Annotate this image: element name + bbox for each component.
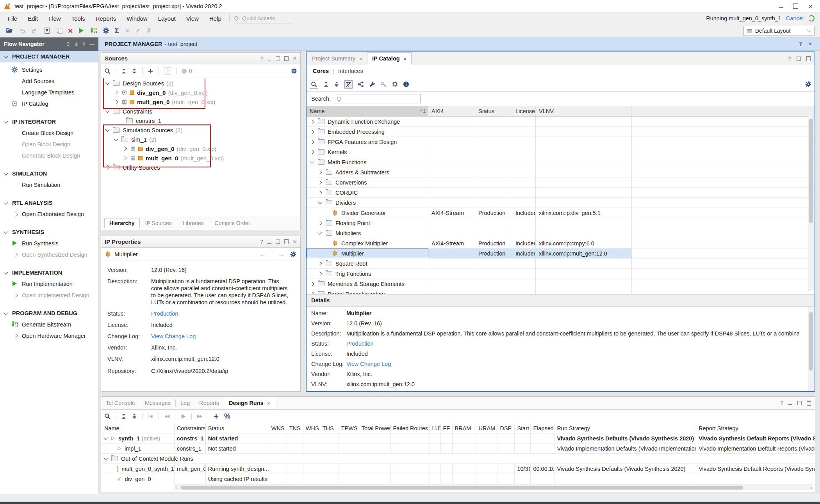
chevron-down-icon[interactable]: [105, 127, 109, 131]
sources-panel-header[interactable]: Sources ? ×: [101, 53, 300, 64]
float-icon[interactable]: [806, 56, 811, 61]
chevron-down-icon[interactable]: [317, 230, 322, 234]
expand-all-icon[interactable]: [74, 42, 78, 46]
scroll-right-icon[interactable]: ›: [811, 485, 813, 490]
maximize-icon[interactable]: [276, 240, 280, 244]
view-change-log-link[interactable]: View Change Log: [151, 333, 196, 340]
chevron-right-icon[interactable]: [13, 212, 18, 216]
chevron-right-icon[interactable]: [310, 119, 314, 124]
float-icon[interactable]: [284, 239, 289, 244]
customize-ip-icon[interactable]: [369, 81, 375, 87]
window-minimize-button[interactable]: [779, 4, 783, 8]
sidebar-section-ip-integrator[interactable]: IP INTEGRATOR: [0, 116, 98, 127]
filter-icon[interactable]: [344, 80, 353, 89]
help-icon[interactable]: ?: [799, 41, 802, 47]
column-header[interactable]: Elapsed: [531, 423, 554, 433]
close-icon[interactable]: ×: [808, 40, 812, 48]
cancel-run-icon[interactable]: ×: [68, 27, 73, 34]
chevron-right-icon[interactable]: [122, 146, 127, 151]
scroll-left-icon[interactable]: ‹: [175, 485, 177, 490]
catalog-row-complex-multiplier[interactable]: Complex MultiplierAXI4-StreamProductionI…: [307, 238, 815, 248]
percent-icon[interactable]: %: [224, 412, 230, 421]
tab-compile-order[interactable]: Compile Order: [209, 218, 256, 228]
minimize-icon[interactable]: [788, 404, 792, 405]
tree-item-sim-1[interactable]: sim_1 (2): [101, 135, 300, 144]
scroll-up-icon[interactable]: ˆ: [810, 307, 811, 312]
catalog-row[interactable]: Adders & Subtracters: [307, 167, 815, 177]
chevron-down-icon[interactable]: [114, 137, 118, 141]
sidebar-item-open-hardware-manager[interactable]: Open Hardware Manager: [0, 330, 98, 341]
column-header[interactable]: WHS: [303, 423, 320, 433]
window-maximize-button[interactable]: [793, 4, 798, 9]
tab-messages[interactable]: Messages: [140, 397, 175, 409]
catalog-row[interactable]: CORDIC: [307, 188, 815, 198]
sidebar-item-ip-catalog[interactable]: IP Catalog: [0, 98, 98, 109]
report-summary-icon[interactable]: Σ: [114, 27, 119, 34]
subtab-cores[interactable]: Cores: [313, 68, 329, 74]
column-header[interactable]: LUT: [430, 423, 441, 433]
column-header[interactable]: Name: [101, 423, 175, 433]
chevron-right-icon[interactable]: [310, 130, 314, 134]
subtab-interfaces[interactable]: Interfaces: [338, 68, 363, 74]
menu-edit[interactable]: Edit: [28, 15, 38, 22]
minimize-icon[interactable]: [267, 57, 271, 60]
tab-ip-sources[interactable]: IP Sources: [140, 218, 177, 228]
tab-libraries[interactable]: Libraries: [177, 218, 209, 228]
sidebar-item-run-synthesis[interactable]: Run Synthesis: [0, 238, 98, 249]
runs-horizontal-scrollbar[interactable]: ‹ ›: [175, 484, 813, 490]
tab-ip-catalog[interactable]: IP Catalog ×: [367, 52, 412, 65]
tree-item-design-sources[interactable]: Design Sources (2): [101, 78, 300, 88]
help-icon[interactable]: ?: [260, 239, 263, 245]
menu-layout[interactable]: Layout: [158, 15, 176, 22]
chevron-right-icon[interactable]: [317, 170, 322, 174]
chevron-down-icon[interactable]: [105, 108, 109, 113]
run-row-mult-gen-0-synth-1[interactable]: mult_gen_0_synth_1 mult_gen_0 Running sy…: [101, 464, 815, 474]
chevron-right-icon[interactable]: [317, 261, 322, 266]
collapse-all-icon[interactable]: [66, 42, 70, 46]
close-icon[interactable]: ×: [359, 55, 362, 62]
close-icon[interactable]: ×: [403, 55, 407, 62]
expand-all-icon[interactable]: [132, 413, 137, 419]
scrollbar-thumb[interactable]: [809, 119, 813, 223]
undo-icon[interactable]: [19, 27, 25, 34]
column-header[interactable]: FF: [441, 423, 453, 433]
chevron-right-icon[interactable]: [317, 272, 322, 276]
catalog-scrollbar[interactable]: ˇ: [808, 115, 814, 291]
gear-icon[interactable]: [291, 68, 297, 74]
column-header-license[interactable]: License: [512, 106, 536, 116]
catalog-row[interactable]: Multipliers: [307, 228, 815, 238]
expand-all-icon[interactable]: [132, 68, 137, 74]
details-scrollbar[interactable]: ˆ ˇ: [808, 307, 814, 391]
chevron-right-icon[interactable]: [310, 140, 314, 144]
sidebar-item-add-sources[interactable]: Add Sources: [0, 75, 98, 87]
catalog-row[interactable]: Floating Point: [307, 218, 815, 228]
collapse-all-icon[interactable]: [121, 413, 127, 419]
menu-file[interactable]: File: [8, 15, 17, 22]
sidebar-item-settings[interactable]: Settings: [0, 64, 98, 75]
column-header[interactable]: THS: [320, 423, 339, 433]
sidebar-item-run-implementation[interactable]: Run Implementation: [0, 278, 98, 289]
menu-view[interactable]: View: [186, 15, 199, 22]
run-icon[interactable]: [78, 27, 84, 34]
gear-icon[interactable]: [290, 251, 296, 257]
column-header[interactable]: Report Strategy: [696, 423, 815, 433]
view-change-log-link[interactable]: View Change Log: [346, 361, 391, 367]
catalog-row[interactable]: FPGA Features and Design: [307, 137, 815, 147]
menu-tools[interactable]: Tools: [71, 15, 85, 22]
column-header-name[interactable]: Name ^ 1: [307, 106, 428, 116]
tab-tcl-console[interactable]: Tcl Console: [101, 397, 140, 409]
ip-search-input[interactable]: Q·: [334, 94, 421, 103]
help-icon[interactable]: ?: [82, 41, 86, 47]
info-icon[interactable]: [403, 81, 409, 87]
expand-all-icon[interactable]: [334, 82, 339, 87]
chevron-right-icon[interactable]: [317, 221, 322, 225]
collapse-all-icon[interactable]: [121, 68, 127, 74]
chevron-right-icon[interactable]: [310, 282, 314, 286]
column-header-status[interactable]: Status: [475, 106, 512, 116]
maximize-icon[interactable]: [276, 56, 280, 60]
catalog-row-divider-generator[interactable]: Divider GeneratorAXI4-StreamProductionIn…: [307, 208, 815, 218]
tree-item-simulation-sources[interactable]: Simulation Sources (2): [101, 125, 300, 135]
chevron-down-icon[interactable]: [310, 159, 314, 163]
chevron-down-icon[interactable]: [317, 200, 322, 204]
run-row-div-gen-0[interactable]: ✓div_gen_0 Using cached IP results: [101, 474, 815, 484]
